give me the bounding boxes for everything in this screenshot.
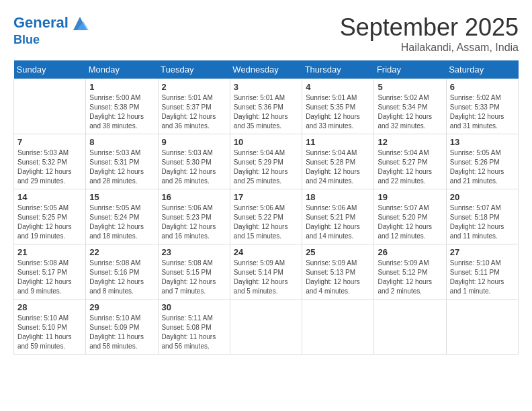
day-number: 21 xyxy=(17,247,82,257)
logo-blue: Blue xyxy=(13,34,91,47)
day-number: 4 xyxy=(306,82,370,92)
day-number: 12 xyxy=(378,137,442,147)
calendar-cell: 16Sunrise: 5:06 AMSunset: 5:23 PMDayligh… xyxy=(158,189,230,244)
day-info: Sunrise: 5:06 AMSunset: 5:23 PMDaylight:… xyxy=(162,203,226,241)
calendar-cell: 6Sunrise: 5:02 AMSunset: 5:33 PMDaylight… xyxy=(446,79,518,134)
day-info: Sunrise: 5:10 AMSunset: 5:09 PMDaylight:… xyxy=(89,314,154,351)
day-number: 10 xyxy=(234,137,298,147)
day-info: Sunrise: 5:05 AMSunset: 5:24 PMDaylight:… xyxy=(89,203,154,241)
calendar-cell: 26Sunrise: 5:09 AMSunset: 5:12 PMDayligh… xyxy=(374,244,446,300)
calendar-cell xyxy=(374,300,446,355)
day-info: Sunrise: 5:07 AMSunset: 5:18 PMDaylight:… xyxy=(450,203,515,241)
day-info: Sunrise: 5:04 AMSunset: 5:29 PMDaylight:… xyxy=(234,148,298,186)
calendar-cell: 19Sunrise: 5:07 AMSunset: 5:20 PMDayligh… xyxy=(374,189,446,244)
day-info: Sunrise: 5:05 AMSunset: 5:26 PMDaylight:… xyxy=(450,148,515,186)
day-number: 26 xyxy=(378,247,442,257)
logo-text: General xyxy=(13,13,91,34)
day-number: 16 xyxy=(162,192,226,202)
calendar-cell: 1Sunrise: 5:00 AMSunset: 5:38 PMDaylight… xyxy=(86,79,158,134)
day-number: 17 xyxy=(234,192,298,202)
day-number: 28 xyxy=(17,302,82,312)
day-number: 8 xyxy=(89,137,154,147)
calendar-cell: 13Sunrise: 5:05 AMSunset: 5:26 PMDayligh… xyxy=(446,134,518,189)
calendar-week-4: 21Sunrise: 5:08 AMSunset: 5:17 PMDayligh… xyxy=(14,244,519,300)
day-number: 11 xyxy=(306,137,370,147)
day-info: Sunrise: 5:03 AMSunset: 5:32 PMDaylight:… xyxy=(17,148,82,186)
calendar-week-3: 14Sunrise: 5:05 AMSunset: 5:25 PMDayligh… xyxy=(14,189,519,244)
day-info: Sunrise: 5:07 AMSunset: 5:20 PMDaylight:… xyxy=(378,203,442,241)
calendar-table: SundayMondayTuesdayWednesdayThursdayFrid… xyxy=(13,60,519,355)
day-number: 25 xyxy=(306,247,370,257)
day-info: Sunrise: 5:03 AMSunset: 5:30 PMDaylight:… xyxy=(162,148,226,186)
weekday-header-row: SundayMondayTuesdayWednesdayThursdayFrid… xyxy=(14,60,519,79)
weekday-label-tuesday: Tuesday xyxy=(158,60,230,79)
location-subtitle: Hailakandi, Assam, India xyxy=(340,42,519,54)
logo: General Blue xyxy=(13,13,91,47)
day-number: 3 xyxy=(234,82,298,92)
day-info: Sunrise: 5:09 AMSunset: 5:12 PMDaylight:… xyxy=(378,259,442,296)
calendar-cell: 14Sunrise: 5:05 AMSunset: 5:25 PMDayligh… xyxy=(14,189,86,244)
day-number: 9 xyxy=(162,137,226,147)
weekday-label-thursday: Thursday xyxy=(302,60,374,79)
day-number: 7 xyxy=(17,137,82,147)
day-info: Sunrise: 5:04 AMSunset: 5:28 PMDaylight:… xyxy=(306,148,370,186)
calendar-cell: 4Sunrise: 5:01 AMSunset: 5:35 PMDaylight… xyxy=(302,79,374,134)
calendar-cell: 20Sunrise: 5:07 AMSunset: 5:18 PMDayligh… xyxy=(446,189,518,244)
day-number: 24 xyxy=(234,247,298,257)
day-number: 14 xyxy=(17,192,82,202)
weekday-label-wednesday: Wednesday xyxy=(230,60,302,79)
weekday-label-friday: Friday xyxy=(374,60,446,79)
day-number: 27 xyxy=(450,247,515,257)
weekday-label-monday: Monday xyxy=(86,60,158,79)
page-header: General Blue September 2025 Hailakandi, … xyxy=(13,13,519,54)
day-info: Sunrise: 5:10 AMSunset: 5:10 PMDaylight:… xyxy=(17,314,82,351)
day-info: Sunrise: 5:09 AMSunset: 5:13 PMDaylight:… xyxy=(306,259,370,296)
day-info: Sunrise: 5:11 AMSunset: 5:08 PMDaylight:… xyxy=(162,314,226,351)
weekday-label-saturday: Saturday xyxy=(446,60,518,79)
calendar-cell: 11Sunrise: 5:04 AMSunset: 5:28 PMDayligh… xyxy=(302,134,374,189)
day-info: Sunrise: 5:03 AMSunset: 5:31 PMDaylight:… xyxy=(89,148,154,186)
calendar-cell: 21Sunrise: 5:08 AMSunset: 5:17 PMDayligh… xyxy=(14,244,86,300)
day-info: Sunrise: 5:04 AMSunset: 5:27 PMDaylight:… xyxy=(378,148,442,186)
day-number: 18 xyxy=(306,192,370,202)
calendar-cell xyxy=(446,300,518,355)
day-info: Sunrise: 5:02 AMSunset: 5:33 PMDaylight:… xyxy=(450,93,515,131)
calendar-cell: 29Sunrise: 5:10 AMSunset: 5:09 PMDayligh… xyxy=(86,300,158,355)
day-number: 6 xyxy=(450,82,515,92)
calendar-body: 1Sunrise: 5:00 AMSunset: 5:38 PMDaylight… xyxy=(14,79,519,355)
day-number: 15 xyxy=(89,192,154,202)
calendar-cell: 10Sunrise: 5:04 AMSunset: 5:29 PMDayligh… xyxy=(230,134,302,189)
calendar-cell: 28Sunrise: 5:10 AMSunset: 5:10 PMDayligh… xyxy=(14,300,86,355)
calendar-cell xyxy=(230,300,302,355)
calendar-cell: 27Sunrise: 5:10 AMSunset: 5:11 PMDayligh… xyxy=(446,244,518,300)
calendar-cell: 12Sunrise: 5:04 AMSunset: 5:27 PMDayligh… xyxy=(374,134,446,189)
day-number: 22 xyxy=(89,247,154,257)
day-number: 13 xyxy=(450,137,515,147)
title-block: September 2025 Hailakandi, Assam, India xyxy=(340,13,519,54)
day-info: Sunrise: 5:08 AMSunset: 5:16 PMDaylight:… xyxy=(89,259,154,296)
calendar-cell: 8Sunrise: 5:03 AMSunset: 5:31 PMDaylight… xyxy=(86,134,158,189)
calendar-cell: 2Sunrise: 5:01 AMSunset: 5:37 PMDaylight… xyxy=(158,79,230,134)
day-number: 1 xyxy=(89,82,154,92)
day-number: 2 xyxy=(162,82,226,92)
day-info: Sunrise: 5:05 AMSunset: 5:25 PMDaylight:… xyxy=(17,203,82,241)
calendar-cell: 23Sunrise: 5:08 AMSunset: 5:15 PMDayligh… xyxy=(158,244,230,300)
calendar-cell: 15Sunrise: 5:05 AMSunset: 5:24 PMDayligh… xyxy=(86,189,158,244)
calendar-cell: 7Sunrise: 5:03 AMSunset: 5:32 PMDaylight… xyxy=(14,134,86,189)
calendar-week-2: 7Sunrise: 5:03 AMSunset: 5:32 PMDaylight… xyxy=(14,134,519,189)
calendar-cell: 3Sunrise: 5:01 AMSunset: 5:36 PMDaylight… xyxy=(230,79,302,134)
day-info: Sunrise: 5:01 AMSunset: 5:37 PMDaylight:… xyxy=(162,93,226,131)
calendar-cell xyxy=(302,300,374,355)
day-info: Sunrise: 5:06 AMSunset: 5:21 PMDaylight:… xyxy=(306,203,370,241)
calendar-cell: 30Sunrise: 5:11 AMSunset: 5:08 PMDayligh… xyxy=(158,300,230,355)
calendar-cell: 5Sunrise: 5:02 AMSunset: 5:34 PMDaylight… xyxy=(374,79,446,134)
day-info: Sunrise: 5:09 AMSunset: 5:14 PMDaylight:… xyxy=(234,259,298,296)
calendar-cell: 24Sunrise: 5:09 AMSunset: 5:14 PMDayligh… xyxy=(230,244,302,300)
calendar-cell: 25Sunrise: 5:09 AMSunset: 5:13 PMDayligh… xyxy=(302,244,374,300)
day-info: Sunrise: 5:10 AMSunset: 5:11 PMDaylight:… xyxy=(450,259,515,296)
calendar-cell: 9Sunrise: 5:03 AMSunset: 5:30 PMDaylight… xyxy=(158,134,230,189)
day-info: Sunrise: 5:01 AMSunset: 5:35 PMDaylight:… xyxy=(306,93,370,131)
weekday-label-sunday: Sunday xyxy=(14,60,86,79)
month-title: September 2025 xyxy=(340,13,519,42)
day-info: Sunrise: 5:06 AMSunset: 5:22 PMDaylight:… xyxy=(234,203,298,241)
